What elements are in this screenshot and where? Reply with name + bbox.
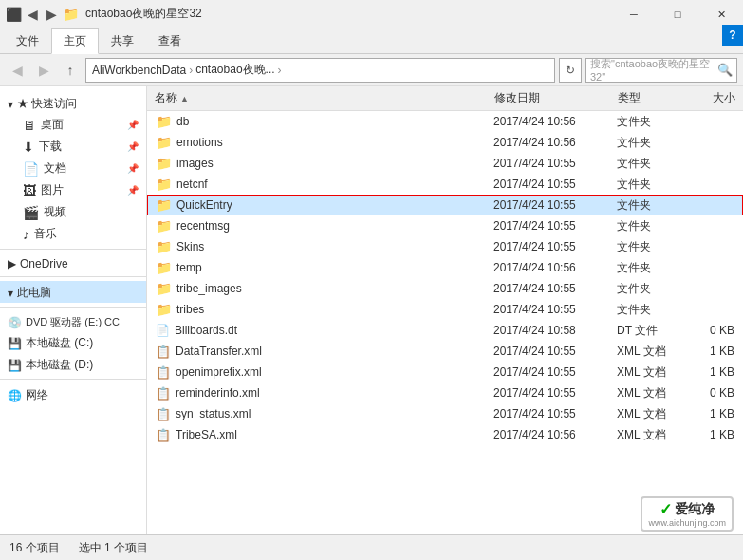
sidebar-section-label: DVD 驱动器 (E:) CC [26,315,120,329]
help-button[interactable]: ? [722,25,743,46]
file-name: 📁 QuickEntry [148,197,486,213]
file-date: 2017/4/24 10:55 [486,198,609,212]
file-date: 2017/4/24 10:55 [486,303,609,316]
table-row[interactable]: 📁 tribe_images 2017/4/24 10:55 文件夹 [147,278,743,299]
breadcrumb-part2: cntaobao夜晚... [195,62,274,78]
folder-icon: 📁 [156,302,172,317]
sidebar-item-pictures[interactable]: 🖼 图片 📌 [0,179,146,201]
file-type: XML 文档 [609,344,685,360]
table-row[interactable]: 📁 netcnf 2017/4/24 10:55 文件夹 [147,174,743,195]
document-icon: 📄 [23,161,39,177]
table-row[interactable]: 📄 Billboards.dt 2017/4/24 10:58 DT 文件 0 … [147,320,743,341]
sidebar-section-label: 网络 [26,387,48,403]
column-name[interactable]: 名称 ▲ [147,90,487,106]
sidebar-section-onedrive[interactable]: ▶ OneDrive [0,253,146,272]
back-button[interactable]: ◀ [6,59,28,82]
table-row[interactable]: 📋 DataTransfer.xml 2017/4/24 10:55 XML 文… [147,341,743,362]
table-row[interactable]: 📁 temp 2017/4/24 10:56 文件夹 [147,257,743,278]
file-name: 📁 tribes [148,302,486,317]
pin-icon: 📌 [127,185,139,196]
forward-icon[interactable]: ▶ [44,7,59,22]
table-row[interactable]: 📋 syn_status.xml 2017/4/24 10:55 XML 文档 … [147,403,743,424]
title-bar-icons: ⬛ ◀ ▶ 📁 [6,7,78,22]
title-bar: ⬛ ◀ ▶ 📁 cntaobao夜晚的星空32 ─ □ ✕ [0,0,743,28]
tab-home[interactable]: 主页 [51,28,99,54]
table-row[interactable]: 📁 tribes 2017/4/24 10:55 文件夹 [147,299,743,320]
file-type: 文件夹 [609,239,685,255]
sidebar-item-downloads[interactable]: ⬇ 下载 📌 [0,136,146,158]
file-type: XML 文档 [609,427,685,443]
xml-file-icon: 📋 [156,386,171,401]
file-date: 2017/4/24 10:55 [486,282,609,295]
tab-file[interactable]: 文件 [4,28,51,53]
sidebar-item-music[interactable]: ♪ 音乐 [0,223,146,245]
sidebar-item-documents[interactable]: 📄 文档 📌 [0,158,146,179]
selected-count: 选中 1 个项目 [79,540,148,556]
file-name: 📋 TribeSA.xml [148,428,486,442]
column-date[interactable]: 修改日期 [487,90,610,106]
folder-icon: 📁 [156,135,172,150]
file-type: 文件夹 [609,197,685,214]
file-type: 文件夹 [609,156,685,172]
sidebar-section-thispc[interactable]: ▾ 此电脑 [0,281,146,303]
xml-file-icon: 📋 [156,407,171,421]
table-row[interactable]: 📁 emotions 2017/4/24 10:56 文件夹 [147,132,743,153]
sidebar-item-desktop[interactable]: 🖥 桌面 📌 [0,114,146,136]
file-type: 文件夹 [609,281,685,297]
table-row[interactable]: 📁 QuickEntry 2017/4/24 10:55 文件夹 [147,195,743,215]
sidebar-section-dvd[interactable]: 💿 DVD 驱动器 (E:) CC [0,311,146,331]
table-row[interactable]: 📁 recentmsg 2017/4/24 10:55 文件夹 [147,215,743,236]
network-icon: 🌐 [8,389,22,402]
table-row[interactable]: 📋 reminderinfo.xml 2017/4/24 10:55 XML 文… [147,383,743,403]
table-row[interactable]: 📋 TribeSA.xml 2017/4/24 10:56 XML 文档 1 K… [147,424,743,445]
file-name: 📄 Billboards.dt [148,324,486,337]
forward-button[interactable]: ▶ [32,59,55,82]
xml-file-icon: 📋 [156,345,171,359]
folder-icon: 📁 [156,260,172,275]
file-type: 文件夹 [609,302,685,318]
sidebar-item-label: 图片 [41,182,64,198]
table-row[interactable]: 📁 images 2017/4/24 10:55 文件夹 [147,153,743,174]
minimize-button[interactable]: ─ [612,0,656,28]
sidebar-section-quick-access[interactable]: ▾ ★ 快速访问 [0,92,146,114]
download-icon: ⬇ [23,140,34,155]
folder-icon: 📁 [156,239,172,254]
file-date: 2017/4/24 10:55 [486,345,609,358]
table-row[interactable]: 📁 db 2017/4/24 10:56 文件夹 [147,111,743,132]
column-size[interactable]: 大小 [686,90,743,106]
column-type[interactable]: 类型 [610,90,686,106]
sidebar-item-label: 下载 [39,139,62,155]
file-date: 2017/4/24 10:58 [486,324,609,337]
tab-view[interactable]: 查看 [146,28,194,53]
table-row[interactable]: 📋 openimprefix.xml 2017/4/24 10:55 XML 文… [147,362,743,383]
search-bar[interactable]: 搜索"cntaobao夜晚的星空32" 🔍 [585,58,737,83]
sidebar-item-videos[interactable]: 🎬 视频 [0,201,146,223]
back-icon[interactable]: ◀ [25,7,40,22]
pin-icon: 📌 [127,141,139,152]
quick-access-icon[interactable]: ⬛ [6,7,21,22]
file-name: 📋 DataTransfer.xml [148,345,486,359]
refresh-button[interactable]: ↻ [559,58,582,83]
breadcrumb[interactable]: AliWorkbenchData › cntaobao夜晚... › [85,58,555,83]
maximize-button[interactable]: □ [656,0,699,28]
sidebar-item-label: 视频 [44,204,66,220]
sidebar: ▾ ★ 快速访问 🖥 桌面 📌 ⬇ 下载 📌 📄 文档 📌 🖼 图片 📌 🎬 视… [0,86,147,534]
sidebar-section-driveC[interactable]: 💾 本地磁盘 (C:) [0,331,146,353]
tab-share[interactable]: 共享 [99,28,146,53]
sidebar-divider3 [0,307,146,308]
file-type: XML 文档 [609,406,685,422]
item-count: 16 个项目 [9,540,60,556]
sidebar-section-driveD[interactable]: 💾 本地磁盘 (D:) [0,353,146,375]
folder-icon: 📁 [156,197,172,213]
file-type: XML 文档 [609,385,685,401]
file-name: 📁 netcnf [148,177,486,192]
file-name: 📁 recentmsg [148,218,486,233]
folder-icon: 📁 [156,281,172,296]
sidebar-section-network[interactable]: 🌐 网络 [0,383,146,405]
sidebar-item-label: 音乐 [34,226,57,242]
sidebar-section-label: ★ 快速访问 [17,96,77,112]
table-row[interactable]: 📁 Skins 2017/4/24 10:55 文件夹 [147,236,743,257]
up-button[interactable]: ↑ [59,59,82,82]
search-icon[interactable]: 🔍 [717,63,733,77]
file-size: 1 KB [685,428,742,441]
